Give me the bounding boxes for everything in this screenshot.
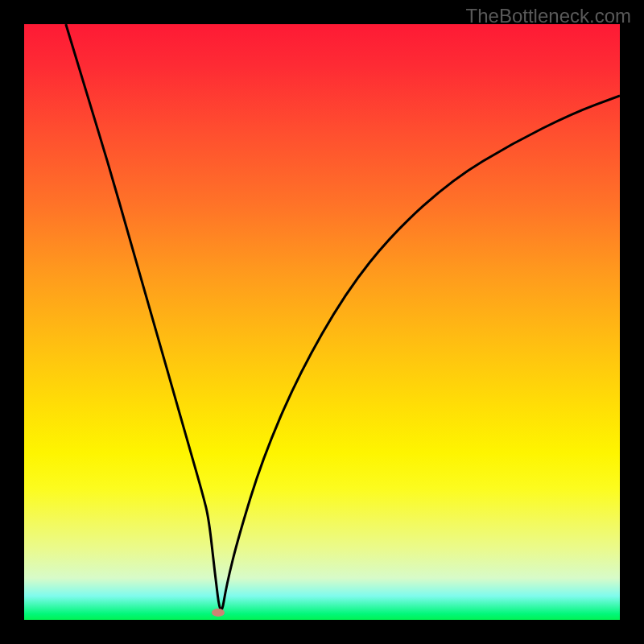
chart-background-gradient [24, 24, 620, 620]
chart-plot-area [24, 24, 620, 620]
